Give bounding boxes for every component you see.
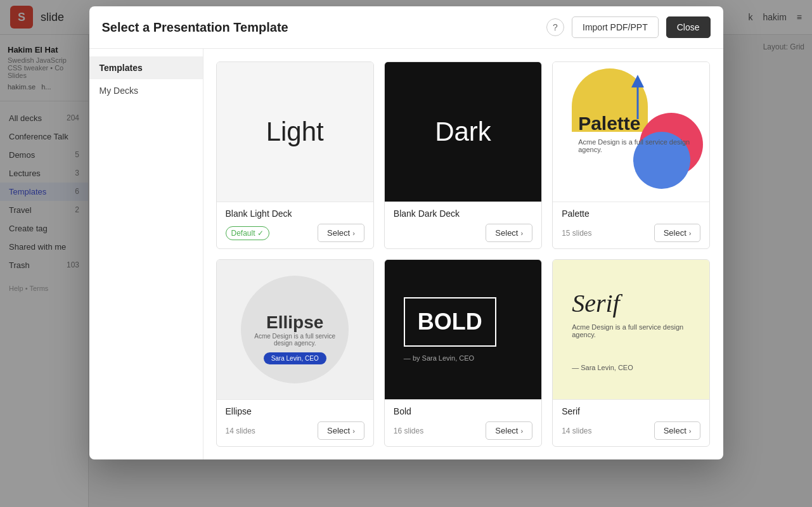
import-pdf-ppt-button[interactable]: Import PDF/PPT: [572, 16, 659, 38]
template-card-footer: Blank Light Deck Default ✓ Select ›: [217, 202, 373, 248]
bold-preview: BOLD — by Sara Levin, CEO: [385, 278, 541, 381]
palette-preview: Palette Acme Design is a full service de…: [553, 62, 709, 202]
template-card-footer: Ellipse 14 slides Select ›: [217, 399, 373, 446]
select-button-serif[interactable]: Select ›: [654, 421, 701, 440]
modal-overlay: Select a Presentation Template ? Import …: [0, 0, 812, 507]
template-name: Blank Dark Deck: [394, 209, 532, 219]
template-slides: 15 slides: [562, 229, 591, 238]
template-card-footer: Serif 14 slides Select ›: [553, 399, 709, 446]
template-preview-blank-dark: Dark: [385, 62, 541, 202]
template-preview-blank-light: Light: [217, 62, 373, 202]
template-preview-ellipse: Ellipse Acme Design is a full service de…: [217, 260, 373, 399]
template-card-serif: Serif Acme Design is a full service desi…: [552, 259, 710, 447]
ellipse-subtitle: Acme Design is a full service design age…: [241, 333, 349, 347]
ellipse-title: Ellipse: [266, 312, 323, 333]
svg-marker-1: [631, 75, 644, 87]
template-slides: 16 slides: [394, 427, 423, 435]
serif-author: — Sara Levin, CEO: [572, 364, 633, 371]
palette-title: Palette: [578, 113, 640, 134]
template-name: Bold: [394, 406, 532, 416]
template-grid: Light Blank Light Deck Default ✓ Select …: [216, 61, 711, 447]
modal-help-button[interactable]: ?: [546, 18, 564, 36]
modal-body: Templates My Decks Light Blank Light Dec…: [89, 49, 723, 459]
palette-subtitle: Acme Design is a full service design age…: [578, 138, 709, 153]
template-slides: 14 slides: [562, 427, 591, 435]
template-name: Blank Light Deck: [226, 209, 364, 219]
ellipse-circle: Ellipse Acme Design is a full service de…: [241, 276, 349, 383]
modal-header: Select a Presentation Template ? Import …: [89, 6, 723, 49]
template-card-palette: Palette Acme Design is a full service de…: [552, 61, 710, 249]
template-slides: 14 slides: [226, 427, 255, 435]
template-card-footer: Blank Dark Deck Select ›: [385, 202, 541, 248]
template-name: Ellipse: [226, 406, 364, 416]
ellipse-badge: Sara Levin, CEO: [264, 352, 326, 364]
bold-box: BOLD: [404, 297, 496, 347]
default-badge: Default ✓: [226, 226, 269, 240]
select-template-modal: Select a Presentation Template ? Import …: [89, 6, 723, 459]
modal-content: Light Blank Light Deck Default ✓ Select …: [203, 49, 723, 459]
template-preview-bold: BOLD — by Sara Levin, CEO: [385, 260, 541, 399]
modal-title: Select a Presentation Template: [102, 20, 539, 35]
modal-sidebar-item-templates[interactable]: Templates: [89, 56, 203, 79]
serif-title: Serif: [572, 288, 620, 318]
template-card-footer: Bold 16 slides Select ›: [385, 399, 541, 446]
serif-preview: Serif Acme Design is a full service desi…: [553, 269, 709, 390]
template-card-ellipse: Ellipse Acme Design is a full service de…: [216, 259, 374, 447]
template-card-blank-light: Light Blank Light Deck Default ✓ Select …: [216, 61, 374, 249]
preview-title: Dark: [435, 117, 491, 147]
serif-subtitle: Acme Design is a full service design age…: [572, 323, 690, 338]
select-button-bold[interactable]: Select ›: [486, 421, 532, 440]
template-card-blank-dark: Dark Blank Dark Deck Select ›: [384, 61, 542, 249]
template-preview-palette: Palette Acme Design is a full service de…: [553, 62, 709, 202]
template-card-bold: BOLD — by Sara Levin, CEO Bold 16 slides…: [384, 259, 542, 447]
modal-sidebar: Templates My Decks: [89, 49, 203, 459]
template-card-footer: Palette 15 slides Select ›: [553, 202, 709, 248]
select-button-blank-dark[interactable]: Select ›: [486, 224, 532, 242]
template-preview-serif: Serif Acme Design is a full service desi…: [553, 260, 709, 399]
bold-title: BOLD: [418, 309, 482, 335]
select-button-blank-light[interactable]: Select ›: [318, 224, 364, 242]
select-button-ellipse[interactable]: Select ›: [318, 421, 364, 440]
template-name: Palette: [562, 209, 700, 219]
bold-by: — by Sara Levin, CEO: [404, 354, 474, 362]
template-name: Serif: [562, 406, 700, 416]
preview-title: Light: [266, 117, 324, 147]
modal-sidebar-item-my-decks[interactable]: My Decks: [89, 79, 203, 102]
select-button-palette[interactable]: Select ›: [654, 224, 701, 242]
modal-close-button[interactable]: Close: [666, 16, 711, 38]
